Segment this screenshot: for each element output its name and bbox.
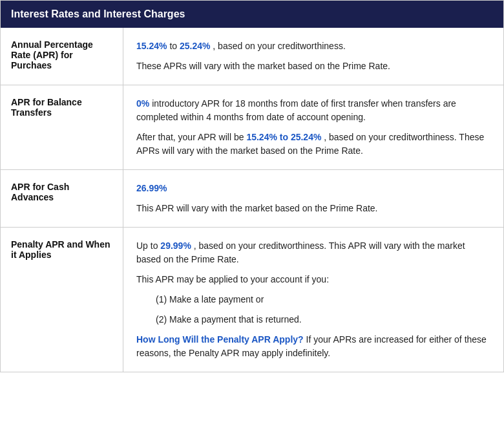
row-content-apr-purchases: 15.24% to 25.24% , based on your creditw… [123,28,503,85]
balance-transfers-after-text: After that, your APR will be [136,132,246,142]
table-row: APR for Cash Advances 26.99% This APR wi… [1,170,503,228]
penalty-apr-line1: Up to 29.99% , based on your creditworth… [136,239,490,266]
cash-advances-desc: This APR will vary with the market based… [136,202,490,215]
penalty-apr-applied-text: This APR may be applied to your account … [136,273,490,286]
balance-transfers-rate-intro: 0% [136,98,149,109]
penalty-apr-reason2: (2) Make a payment that is returned. [136,313,490,326]
how-long-link[interactable]: How Long Will the Penalty APR Apply? [136,334,304,345]
row-content-penalty-apr: Up to 29.99% , based on your creditworth… [123,228,503,372]
apr-purchases-rate-low: 15.24% [136,41,167,51]
penalty-apr-rate: 29.99% [160,240,191,251]
balance-transfers-line2: After that, your APR will be 15.24% to 2… [136,131,490,158]
penalty-apr-reason2-text: (2) Make a payment that is returned. [136,313,490,326]
penalty-apr-reason1-text: (1) Make a late payment or [136,293,490,306]
apr-purchases-rate-high: 25.24% [180,41,210,51]
row-content-apr-cash-advances: 26.99% This APR will vary with the marke… [123,170,503,227]
apr-purchases-to: to [169,41,180,51]
apr-purchases-line2: These APRs will vary with the market bas… [136,59,490,73]
row-content-apr-balance-transfers: 0% introductory APR for 18 months from d… [123,85,503,169]
table-header: Interest Rates and Interest Charges [1,1,503,28]
row-label-apr-cash-advances: APR for Cash Advances [1,170,123,227]
table-body: Annual Percentage Rate (APR) for Purchae… [1,28,503,372]
row-label-apr-balance-transfers: APR for Balance Transfers [1,85,123,169]
table-row: Annual Percentage Rate (APR) for Purchae… [1,28,503,85]
penalty-apr-reason1: (1) Make a late payment or [136,293,490,306]
balance-transfers-rate-range: 15.24% to 25.24% [246,132,321,142]
table-row: Penalty APR and When it Applies Up to 29… [1,228,503,372]
apr-purchases-line1: 15.24% to 25.24% , based on your creditw… [136,39,490,53]
row-label-apr-purchases: Annual Percentage Rate (APR) for Purchae… [1,28,123,85]
penalty-apr-how-long: How Long Will the Penalty APR Apply? If … [136,333,490,360]
interest-rates-table: Interest Rates and Interest Charges Annu… [0,0,504,372]
balance-transfers-line1: 0% introductory APR for 18 months from d… [136,97,490,124]
cash-advances-rate-value: 26.99% [136,183,167,193]
cash-advances-rate: 26.99% [136,182,490,195]
table-row: APR for Balance Transfers 0% introductor… [1,85,503,170]
apr-purchases-desc: , based on your creditworthiness. [213,41,345,51]
table-title: Interest Rates and Interest Charges [11,8,185,19]
penalty-apr-upto: Up to [136,240,160,251]
row-label-penalty-apr: Penalty APR and When it Applies [1,228,123,372]
balance-transfers-intro-desc: introductory APR for 18 months from date… [136,98,456,122]
